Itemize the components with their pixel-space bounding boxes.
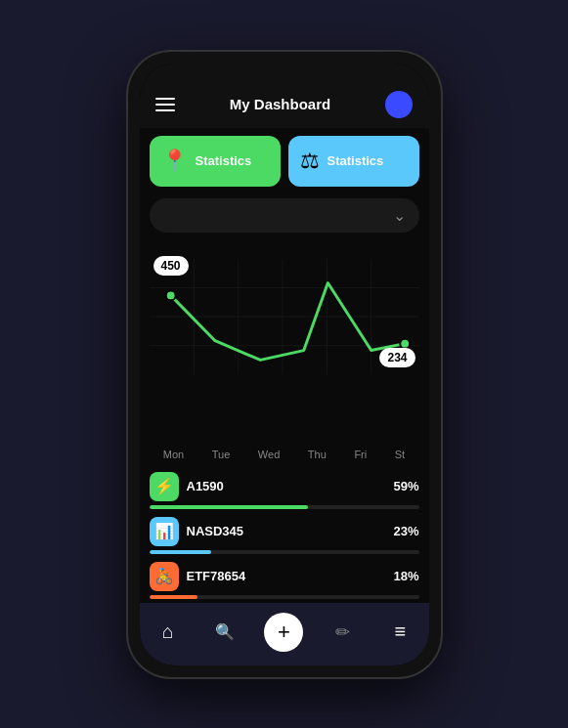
stat-etf78654-name: ETF78654 [187,569,246,583]
day-thu: Thu [308,449,327,460]
line-chart [150,248,419,395]
card-green-icon: 📍 [161,149,188,174]
edit-icon: ✏ [335,621,350,643]
nav-edit-button[interactable]: ✏ [326,615,361,650]
stat-nasd345-pct: 23% [393,524,418,538]
menu-icon: ≡ [394,621,406,643]
stat-etf78654-pct: 18% [393,569,418,583]
phone-frame: My Dashboard 📍 Statistics ⚖ Statistics ⌄ [128,52,441,677]
search-icon: 🔍 [215,622,235,641]
day-mon: Mon [163,449,184,460]
stat-a1590-pct: 59% [393,479,418,493]
stat-a1590-bar-bg [150,505,419,509]
stat-a1590-bar-fill [150,505,309,509]
nav-add-button[interactable]: + [264,613,303,652]
chart-label-234: 234 [379,348,415,367]
day-fri: Fri [354,449,367,460]
chart-area: 450 234 [140,240,429,445]
home-icon: ⌂ [162,621,174,643]
day-wed: Wed [258,449,280,460]
stat-nasd345-bar-bg [150,550,419,554]
avatar[interactable] [385,91,413,118]
day-tue: Tue [212,449,231,460]
card-statistics-green[interactable]: 📍 Statistics [150,136,281,187]
chart-label-450: 450 [153,256,189,276]
stat-nasd345-icon: 📊 [150,517,179,546]
stat-etf78654-bar-bg [150,595,419,599]
hamburger-button[interactable] [155,98,175,111]
stat-nasd345-bar-fill [150,550,211,554]
stat-item-etf78654: 🚴 ETF78654 18% [150,562,419,599]
bottom-nav: ⌂ 🔍 + ✏ ≡ [140,603,429,665]
nav-menu-button[interactable]: ≡ [382,615,417,650]
stat-nasd345-name: NASD345 [187,524,244,538]
day-st: St [395,449,405,460]
stat-a1590-icon: ⚡ [150,472,179,501]
dropdown-row: ⌄ [140,194,429,240]
nav-search-button[interactable]: 🔍 [207,615,242,650]
page-title: My Dashboard [230,96,330,112]
stat-item-nasd345: 📊 NASD345 23% [150,517,419,554]
stat-etf78654-bar-fill [150,595,198,599]
svg-point-8 [165,290,175,300]
cards-row: 📍 Statistics ⚖ Statistics [140,128,429,194]
card-green-label: Statistics [196,153,252,168]
svg-point-9 [400,338,410,348]
card-blue-label: Statistics [328,153,384,168]
phone-screen: My Dashboard 📍 Statistics ⚖ Statistics ⌄ [140,64,429,665]
days-row: Mon Tue Wed Thu Fri St [140,445,429,468]
stat-a1590-name: A1590 [187,479,224,493]
card-blue-icon: ⚖ [300,149,320,174]
nav-home-button[interactable]: ⌂ [151,615,186,650]
chevron-down-icon: ⌄ [393,206,406,225]
card-statistics-blue[interactable]: ⚖ Statistics [288,136,419,187]
stat-items: ⚡ A1590 59% 📊 NASD345 [140,468,429,603]
notch [236,64,333,85]
chart-container: 450 234 [150,248,419,395]
filter-dropdown[interactable]: ⌄ [150,198,419,233]
stat-etf78654-icon: 🚴 [150,562,179,591]
stat-item-a1590: ⚡ A1590 59% [150,472,419,509]
app-screen: My Dashboard 📍 Statistics ⚖ Statistics ⌄ [140,64,429,665]
plus-icon: + [278,620,290,645]
